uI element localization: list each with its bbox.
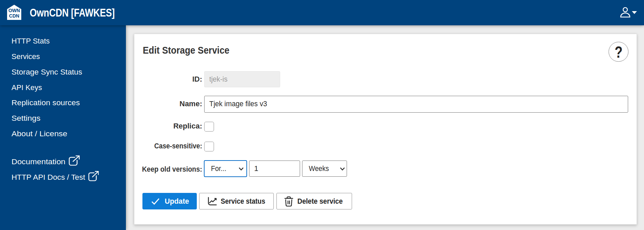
svg-text:OWN: OWN	[8, 8, 20, 13]
svg-text:CDN: CDN	[9, 13, 19, 19]
